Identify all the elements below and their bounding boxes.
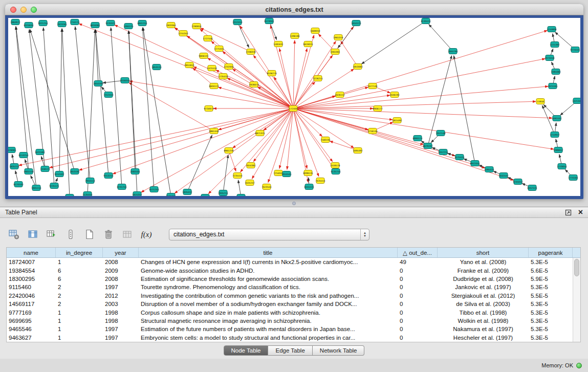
graph-node[interactable]: 1275441 (214, 46, 224, 52)
graph-node[interactable]: 8906177 (373, 106, 382, 112)
graph-node[interactable]: 9135754 (331, 169, 340, 174)
graph-node[interactable]: 1646193 (389, 92, 399, 98)
column-header-out_degree[interactable]: △ out_de... (398, 248, 438, 257)
graph-node[interactable]: 1770654 (557, 164, 567, 169)
graph-edge[interactable] (229, 150, 236, 171)
graph-edge[interactable] (223, 52, 293, 108)
graph-node[interactable]: 2853191 (70, 169, 79, 174)
graph-node[interactable]: 1216146 (367, 128, 377, 134)
graph-edge[interactable] (238, 180, 241, 196)
graph-edge[interactable] (193, 67, 293, 108)
graph-edge[interactable] (16, 27, 29, 171)
graph-edge[interactable] (293, 108, 552, 118)
graph-node[interactable]: 7235410 (232, 173, 242, 179)
graph-edge[interactable] (293, 108, 319, 177)
graph-node[interactable]: 1677146 (367, 83, 377, 89)
graph-node[interactable]: 1692442 (552, 116, 561, 121)
graph-node[interactable]: 7485083 (551, 69, 560, 75)
graph-node[interactable]: 1421341 (572, 98, 580, 104)
graph-node[interactable]: 9571243 (149, 187, 159, 192)
graph-node[interactable]: 2012453 (232, 19, 242, 25)
graph-node[interactable]: 1481631 (273, 41, 283, 47)
graph-edge[interactable] (293, 101, 536, 108)
graph-node[interactable]: 6841254 (137, 20, 147, 26)
graph-edge[interactable] (454, 56, 475, 163)
graph-node[interactable]: 9619024 (303, 41, 313, 47)
graph-edge[interactable] (129, 82, 214, 131)
graph-edge[interactable] (62, 29, 70, 196)
graph-node[interactable]: 8455124 (304, 184, 314, 190)
graph-node[interactable]: 9274541 (570, 47, 580, 53)
graph-node[interactable]: 2280816 (191, 24, 201, 29)
network-canvas[interactable]: 1724008906177121614616954971459578809913… (8, 18, 580, 196)
graph-edge[interactable] (293, 108, 513, 180)
graph-node[interactable]: 9313254 (103, 173, 113, 179)
graph-node[interactable]: 15958 (536, 99, 545, 104)
column-header-pagerank[interactable]: pagerank (529, 248, 573, 257)
table-row[interactable]: 911546021997Tourette syndrome. Phenomeno… (7, 283, 580, 291)
graph-edge[interactable] (223, 155, 228, 193)
graph-node[interactable]: 1425518 (207, 65, 216, 71)
tab-edge-table[interactable]: Edge Table (268, 345, 312, 356)
table-row[interactable]: 2242004622012Investigating the contribut… (7, 292, 580, 300)
graph-edge[interactable] (128, 31, 135, 171)
table-row[interactable]: 1456911722003Disruption of a novel membe… (7, 300, 580, 308)
column-header-year[interactable]: year (103, 248, 139, 257)
splitter-handle[interactable] (292, 202, 296, 205)
graph-node[interactable]: 9357214 (438, 149, 448, 155)
graph-edge[interactable] (59, 29, 62, 174)
graph-edge[interactable] (293, 108, 423, 145)
graph-node[interactable]: 2206058 (246, 49, 255, 55)
graph-node[interactable]: 2864972 (10, 19, 20, 25)
graph-node[interactable]: 1844794 (448, 49, 458, 54)
graph-node[interactable]: 7957148 (435, 130, 445, 136)
graph-node[interactable]: 1835412 (182, 189, 192, 195)
graph-edge[interactable] (341, 41, 358, 67)
table-row[interactable]: 1830029562008Estimation of significance … (7, 275, 580, 283)
graph-edge[interactable] (143, 28, 154, 189)
graph-node[interactable]: 9131021 (105, 20, 115, 26)
graph-edge[interactable] (111, 28, 122, 187)
graph-edge[interactable] (293, 59, 545, 108)
graph-node[interactable]: 9125424 (454, 155, 464, 160)
graph-edge[interactable] (293, 86, 548, 108)
graph-node[interactable]: 1774164 (568, 175, 578, 181)
table-row[interactable]: 977716911998Corpus callosum shape and si… (7, 308, 580, 316)
graph-node[interactable]: 7458123 (40, 166, 50, 172)
graph-node[interactable]: 1735419 (218, 74, 228, 79)
graph-node[interactable]: 8961259 (224, 148, 233, 154)
graph-node[interactable]: 5905154 (31, 185, 41, 191)
graph-node[interactable]: 1626152 (335, 92, 344, 98)
graph-node[interactable]: 1961019 (333, 35, 343, 40)
graph-edge[interactable] (429, 25, 453, 51)
graph-edge[interactable] (293, 108, 307, 168)
graph-node[interactable]: 1635247 (245, 180, 254, 186)
scrollbar-thumb[interactable] (574, 259, 579, 276)
import-table-icon[interactable] (121, 228, 134, 241)
graph-edge[interactable] (293, 49, 307, 108)
graph-node[interactable]: 1903364 (166, 23, 176, 28)
new-document-icon[interactable] (83, 228, 96, 241)
graph-edge[interactable] (361, 21, 426, 64)
table-row[interactable]: 1938455462009Genome-wide association stu… (7, 266, 580, 274)
graph-node[interactable]: 8235414 (236, 194, 246, 196)
graph-node[interactable]: 1095424 (484, 167, 494, 172)
table-scrollbar[interactable] (573, 258, 580, 342)
network-graph[interactable]: 1724008906177121614616954971459578809913… (8, 18, 580, 196)
graph-node[interactable]: 1973458 (545, 55, 554, 61)
tab-network-table[interactable]: Network Table (313, 345, 365, 356)
graph-node[interactable]: 7583191 (320, 137, 330, 143)
graph-node[interactable]: 3226215 (313, 76, 322, 81)
graph-node[interactable]: 7654381 (246, 163, 255, 168)
graph-node[interactable]: 2060504 (130, 169, 140, 174)
graph-node[interactable]: 1154808 (547, 27, 556, 32)
graph-edge[interactable] (29, 30, 45, 169)
graph-node[interactable]: 9235121 (49, 183, 59, 189)
graph-node[interactable]: 8130424 (421, 18, 430, 24)
delete-table-icon[interactable] (102, 228, 115, 241)
graph-node[interactable]: 1695497 (353, 148, 362, 154)
graph-node[interactable]: 9152402 (54, 171, 64, 177)
export-table-icon[interactable] (45, 228, 58, 241)
graph-node[interactable]: 1242004 (224, 64, 233, 70)
graph-node[interactable]: 8153254 (18, 152, 28, 158)
